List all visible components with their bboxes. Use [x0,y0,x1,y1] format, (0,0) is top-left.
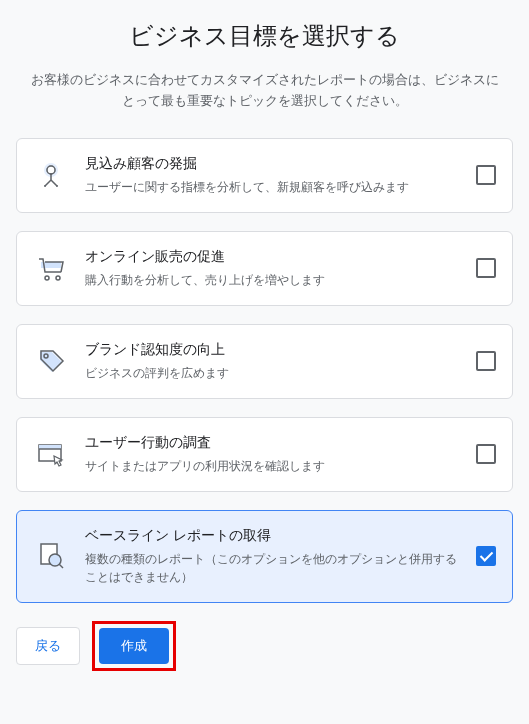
cart-icon [33,250,69,286]
svg-point-4 [44,185,46,187]
footer-buttons: 戻る 作成 [16,621,513,671]
create-button-highlight: 作成 [92,621,176,671]
option-leads[interactable]: 見込み顧客の発掘 ユーザーに関する指標を分析して、新規顧客を呼び込みます [16,138,513,213]
option-title: オンライン販売の促進 [85,248,460,266]
svg-line-15 [59,564,63,568]
checkbox[interactable] [476,165,496,185]
create-button[interactable]: 作成 [99,628,169,664]
option-desc: 購入行動を分析して、売り上げを増やします [85,271,460,289]
svg-point-3 [50,173,52,175]
option-title: 見込み顧客の発掘 [85,155,460,173]
window-cursor-icon [33,436,69,472]
svg-point-8 [56,276,60,280]
tag-icon [33,343,69,379]
checkbox[interactable] [476,351,496,371]
option-sales[interactable]: オンライン販売の促進 購入行動を分析して、売り上げを増やします [16,231,513,306]
checkbox[interactable] [476,546,496,566]
option-title: ベースライン レポートの取得 [85,527,460,545]
page-title: ビジネス目標を選択する [16,20,513,52]
option-desc: ユーザーに関する指標を分析して、新規顧客を呼び込みます [85,178,460,196]
checkbox[interactable] [476,444,496,464]
leads-icon [33,157,69,193]
svg-point-7 [45,276,49,280]
checkbox[interactable] [476,258,496,278]
option-desc: 複数の種類のレポート（このオプションを他のオプションと併用することはできません） [85,550,460,586]
svg-point-2 [47,166,55,174]
option-title: ブランド認知度の向上 [85,341,460,359]
option-title: ユーザー行動の調査 [85,434,460,452]
option-brand[interactable]: ブランド認知度の向上 ビジネスの評判を広めます [16,324,513,399]
svg-point-5 [56,185,58,187]
page-subtitle: お客様のビジネスに合わせてカスタマイズされたレポートの場合は、ビジネスにとって最… [16,70,513,112]
back-button[interactable]: 戻る [16,627,80,665]
option-desc: ビジネスの評判を広めます [85,364,460,382]
option-baseline[interactable]: ベースライン レポートの取得 複数の種類のレポート（このオプションを他のオプショ… [16,510,513,603]
option-behavior[interactable]: ユーザー行動の調査 サイトまたはアプリの利用状況を確認します [16,417,513,492]
report-search-icon [33,538,69,574]
option-desc: サイトまたはアプリの利用状況を確認します [85,457,460,475]
